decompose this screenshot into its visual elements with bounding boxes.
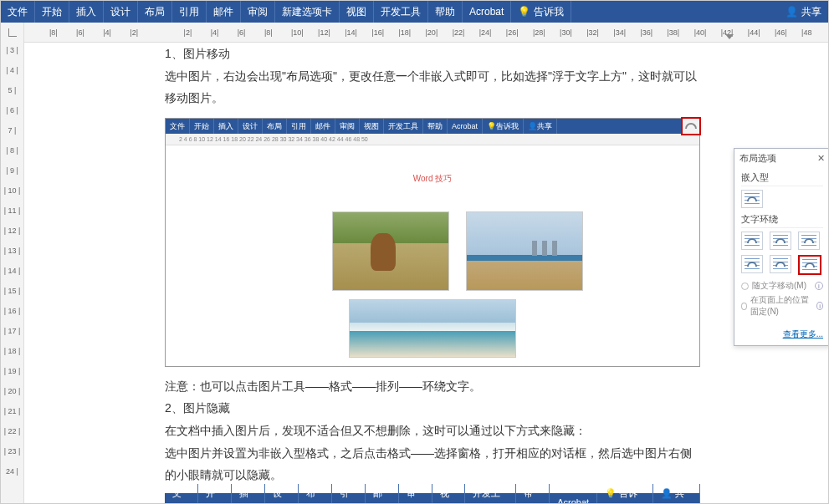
ruler-area: |8||6||4||2||2||4||6||8||10||12||14||16|… [1, 23, 828, 43]
inner2-tab: 帮助 [516, 484, 550, 503]
text-p3: 注意：也可以点击图片工具——格式——排列——环绕文字。 [165, 375, 703, 398]
inner-tab: 邮件 [311, 119, 335, 134]
info-icon[interactable]: i [815, 282, 823, 290]
layout-opt-through[interactable] [798, 232, 820, 250]
image-antelope [332, 211, 449, 291]
layout-options-button[interactable] [681, 117, 701, 135]
tab-home[interactable]: 开始 [35, 1, 69, 23]
ruler-mark: | 12 | [1, 227, 23, 247]
ruler-mark: |48 [801, 23, 828, 42]
text-p2: 选中图片，右边会出现"布局选项"，更改任意一个非嵌入式即可，比如选择"浮于文字上… [165, 65, 703, 109]
close-icon[interactable]: ✕ [817, 153, 825, 164]
tab-developer[interactable]: 开发工具 [374, 1, 428, 23]
ruler-mark: |44| [748, 23, 775, 42]
inner-tab: Acrobat [448, 119, 483, 134]
share-label: 共享 [801, 5, 821, 19]
ruler-mark: |14| [345, 23, 371, 42]
horizontal-ruler[interactable]: |8||6||4||2||2||4||6||8||10||12||14||16|… [24, 23, 828, 42]
layout-opt-topbottom[interactable] [741, 255, 763, 273]
inner2-tab: 文件 [165, 484, 198, 503]
ruler-mark: | 3 | [1, 46, 23, 66]
ruler-mark: |20| [426, 23, 453, 42]
ruler-mark: |34| [613, 23, 640, 42]
layout-opt-square[interactable] [741, 232, 763, 250]
inner2-tell-me: 💡 告诉我 [597, 484, 653, 503]
ruler-mark: |16| [371, 23, 398, 42]
radio-icon [741, 303, 747, 310]
vertical-ruler[interactable]: | 3 || 4 |5 || 6 |7 || 8 || 9 || 10 || 1… [1, 43, 24, 503]
text-p1: 1、图片移动 [165, 43, 703, 65]
inner-tab: 审阅 [335, 119, 360, 134]
ruler-mark: | 21 | [1, 407, 23, 427]
text-p6: 选中图片并设置为非嵌入型格式，之后点击格式——选择窗格，打开相应的对话框，然后选… [165, 442, 703, 486]
right-indent-marker[interactable] [725, 34, 734, 39]
ruler-mark: 7 | [1, 126, 23, 146]
tab-layout[interactable]: 布局 [138, 1, 172, 23]
inner-tab: 设计 [238, 119, 263, 134]
ruler-mark: |26| [506, 23, 533, 42]
tab-new[interactable]: 新建选项卡 [275, 1, 340, 23]
inner-tab: 开发工具 [384, 119, 423, 134]
inner2-tab: 开发工具 [465, 484, 516, 503]
inner-tab: 视图 [360, 119, 384, 134]
image-beach-city [466, 211, 583, 291]
ruler-mark: | 15 | [1, 287, 23, 307]
tab-mailings[interactable]: 邮件 [207, 1, 241, 23]
ruler-mark: | 9 | [1, 166, 23, 186]
lightbulb-icon: 💡 [518, 6, 530, 18]
inner-tab: 布局 [263, 119, 287, 134]
layout-opt-inline[interactable] [741, 190, 763, 208]
tab-help[interactable]: 帮助 [428, 1, 463, 23]
ruler-mark: | 16 | [1, 307, 23, 327]
ruler-mark: |38| [668, 23, 694, 42]
inner-document: Word 技巧 [166, 145, 699, 366]
tab-insert[interactable]: 插入 [69, 1, 104, 23]
ruler-mark: |30| [560, 23, 586, 42]
inner2-tab: 引用 [332, 484, 366, 503]
info-icon[interactable]: i [816, 302, 823, 310]
ruler-mark: | 22 | [1, 427, 23, 447]
ruler-mark: |6| [76, 23, 103, 42]
ruler-mark: |32| [586, 23, 613, 42]
tab-view[interactable]: 视图 [340, 1, 374, 23]
document-area[interactable]: 1、图片移动 选中图片，右边会出现"布局选项"，更改任意一个非嵌入式即可，比如选… [24, 43, 828, 503]
ruler-mark: | 13 | [1, 247, 23, 267]
see-more-link[interactable]: 查看更多... [783, 329, 823, 339]
ruler-mark: |8| [49, 23, 76, 42]
layout-opt-behind[interactable] [770, 255, 791, 273]
ruler-mark: |4| [103, 23, 130, 42]
share-button[interactable]: 👤 共享 [779, 5, 828, 19]
inner-tab: 帮助 [423, 119, 448, 134]
ruler-mark: |18| [398, 23, 425, 42]
ruler-mark: | 11 | [1, 206, 23, 227]
embedded-screenshot-2: 文件 开始 插入 设计 布局 引用 邮件 审阅 视图 开发工具 帮助 Acrob… [165, 493, 700, 503]
inner-ribbon-2: 文件 开始 插入 设计 布局 引用 邮件 审阅 视图 开发工具 帮助 Acrob… [165, 493, 700, 503]
tab-review[interactable]: 审阅 [241, 1, 275, 23]
tab-selector[interactable] [1, 23, 24, 43]
ruler-mark: |40| [694, 23, 721, 42]
inner2-tab: 审阅 [399, 484, 432, 503]
tab-acrobat[interactable]: Acrobat [463, 1, 511, 23]
ruler-mark: |46| [775, 23, 801, 42]
tab-file[interactable]: 文件 [1, 1, 35, 23]
inner-tab: 开始 [190, 119, 214, 134]
layout-arc-icon [685, 123, 697, 129]
ruler-mark: |10| [291, 23, 318, 42]
inner-tab: 文件 [166, 119, 190, 134]
tab-references[interactable]: 引用 [172, 1, 207, 23]
ruler-mark: 5 | [1, 86, 23, 106]
ruler-mark: | 6 | [1, 106, 23, 126]
share-icon: 👤 [786, 6, 798, 18]
layout-opt-tight[interactable] [770, 232, 791, 250]
radio-fix-position[interactable]: 在页面上的位置固定(N) i [741, 294, 823, 318]
inner2-tab: 视图 [432, 484, 466, 503]
inner-share: 👤共享 [524, 119, 557, 134]
radio-icon [741, 283, 749, 290]
tab-design[interactable]: 设计 [104, 1, 138, 23]
tell-me-search[interactable]: 💡 告诉我 [511, 1, 571, 23]
layout-opt-front[interactable] [798, 255, 821, 275]
radio-move-with-text[interactable]: 随文字移动(M) i [741, 280, 823, 292]
ruler-mark: |12| [318, 23, 345, 42]
inner-tell-me: 💡告诉我 [483, 119, 524, 134]
ruler-mark: | 18 | [1, 347, 23, 367]
